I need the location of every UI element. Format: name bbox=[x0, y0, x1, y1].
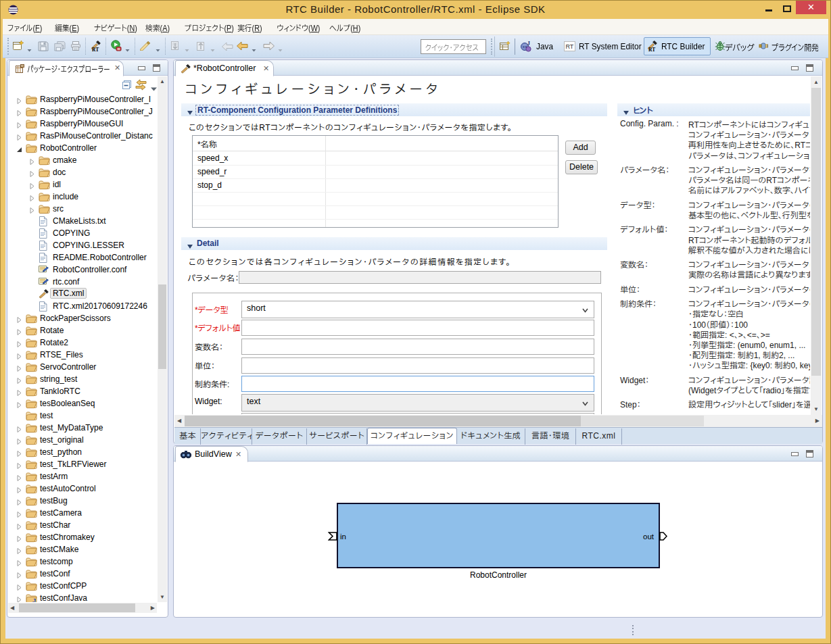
svg-text:J: J bbox=[32, 597, 36, 602]
svg-text:RT: RT bbox=[648, 47, 655, 52]
svg-text:RT: RT bbox=[566, 43, 574, 50]
svg-text:RT: RT bbox=[92, 47, 99, 52]
svg-text:J: J bbox=[527, 41, 531, 47]
